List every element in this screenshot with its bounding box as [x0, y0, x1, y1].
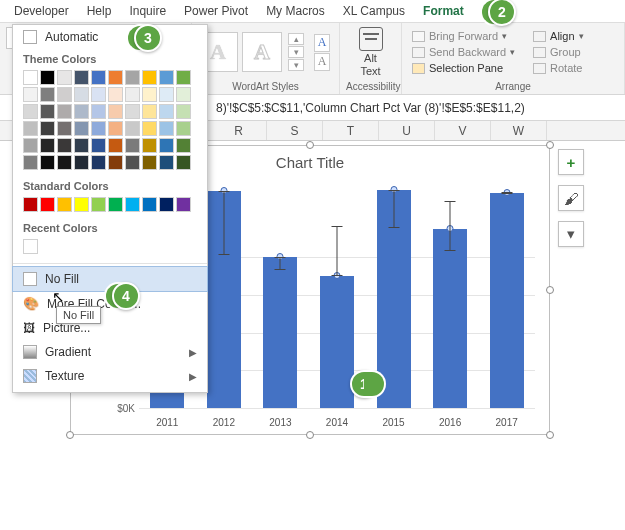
alt-text-button[interactable]: Alt Text [355, 25, 387, 79]
col-header[interactable]: W [491, 121, 547, 140]
color-swatch[interactable] [176, 197, 191, 212]
tab-mymacros[interactable]: My Macros [266, 4, 325, 18]
color-swatch[interactable] [176, 70, 191, 85]
color-swatch[interactable] [23, 121, 38, 136]
color-swatch[interactable] [40, 155, 55, 170]
color-swatch[interactable] [125, 155, 140, 170]
color-swatch[interactable] [57, 155, 72, 170]
tab-format[interactable]: Format [423, 4, 464, 18]
color-swatch[interactable] [125, 121, 140, 136]
color-swatch[interactable] [159, 121, 174, 136]
color-swatch[interactable] [23, 70, 38, 85]
group-button[interactable]: Group [529, 45, 587, 59]
color-swatch[interactable] [108, 138, 123, 153]
chart-bar[interactable] [320, 276, 354, 408]
chart-elements-button[interactable]: + [558, 149, 584, 175]
color-swatch[interactable] [176, 104, 191, 119]
color-swatch[interactable] [91, 121, 106, 136]
color-swatch[interactable] [57, 70, 72, 85]
color-swatch[interactable] [74, 138, 89, 153]
color-swatch[interactable] [23, 155, 38, 170]
resize-handle[interactable] [546, 286, 554, 294]
color-swatch[interactable] [91, 87, 106, 102]
color-swatch[interactable] [159, 70, 174, 85]
align-button[interactable]: Align▾ [529, 29, 587, 43]
color-swatch[interactable] [159, 87, 174, 102]
chart-bar[interactable] [490, 193, 524, 408]
wordart-style-2[interactable]: A [242, 32, 282, 72]
color-swatch[interactable] [91, 155, 106, 170]
color-swatch[interactable] [142, 104, 157, 119]
color-swatch[interactable] [40, 138, 55, 153]
fill-gradient[interactable]: Gradient▶ [13, 340, 207, 364]
color-swatch[interactable] [108, 121, 123, 136]
tab-help[interactable]: Help [87, 4, 112, 18]
color-swatch[interactable] [74, 155, 89, 170]
text-style-split[interactable]: A A [314, 34, 330, 71]
color-swatch[interactable] [40, 87, 55, 102]
chart-bar[interactable] [377, 190, 411, 408]
col-header[interactable]: V [435, 121, 491, 140]
color-swatch[interactable] [23, 87, 38, 102]
fill-no-fill[interactable]: No Fill [12, 266, 208, 292]
color-swatch[interactable] [23, 104, 38, 119]
color-swatch[interactable] [91, 197, 106, 212]
chart-styles-button[interactable]: 🖌 [558, 185, 584, 211]
color-swatch[interactable] [142, 155, 157, 170]
color-swatch[interactable] [176, 138, 191, 153]
resize-handle[interactable] [306, 141, 314, 149]
col-header[interactable]: S [267, 121, 323, 140]
selection-pane-button[interactable]: Selection Pane [408, 61, 519, 75]
send-backward-button[interactable]: Send Backward▾ [408, 45, 519, 59]
color-swatch[interactable] [108, 104, 123, 119]
color-swatch[interactable] [57, 87, 72, 102]
fill-texture[interactable]: Texture▶ [13, 364, 207, 388]
tab-inquire[interactable]: Inquire [129, 4, 166, 18]
color-swatch[interactable] [108, 155, 123, 170]
color-swatch[interactable] [91, 70, 106, 85]
rotate-button[interactable]: Rotate [529, 61, 587, 75]
color-swatch[interactable] [176, 121, 191, 136]
resize-handle[interactable] [306, 431, 314, 439]
color-swatch[interactable] [57, 104, 72, 119]
col-header[interactable]: R [211, 121, 267, 140]
resize-handle[interactable] [546, 431, 554, 439]
tab-xlcampus[interactable]: XL Campus [343, 4, 405, 18]
color-swatch[interactable] [74, 70, 89, 85]
color-swatch[interactable] [142, 87, 157, 102]
color-swatch[interactable] [125, 197, 140, 212]
color-swatch[interactable] [74, 197, 89, 212]
color-swatch[interactable] [125, 138, 140, 153]
tab-powerpivot[interactable]: Power Pivot [184, 4, 248, 18]
resize-handle[interactable] [546, 141, 554, 149]
col-header[interactable]: T [323, 121, 379, 140]
color-swatch[interactable] [142, 70, 157, 85]
color-swatch[interactable] [23, 138, 38, 153]
color-swatch[interactable] [142, 197, 157, 212]
color-swatch[interactable] [57, 197, 72, 212]
color-swatch[interactable] [40, 70, 55, 85]
color-swatch[interactable] [108, 87, 123, 102]
color-swatch[interactable] [108, 197, 123, 212]
color-swatch[interactable] [74, 121, 89, 136]
chart-bar[interactable] [207, 191, 241, 408]
tab-developer[interactable]: Developer [14, 4, 69, 18]
color-swatch[interactable] [142, 121, 157, 136]
color-swatch[interactable] [40, 104, 55, 119]
fill-automatic[interactable]: Automatic [13, 25, 207, 49]
col-header[interactable]: U [379, 121, 435, 140]
color-swatch[interactable] [176, 87, 191, 102]
color-swatch[interactable] [125, 104, 140, 119]
color-swatch[interactable] [40, 197, 55, 212]
color-swatch[interactable] [125, 70, 140, 85]
color-swatch[interactable] [57, 121, 72, 136]
color-swatch[interactable] [57, 138, 72, 153]
color-swatch[interactable] [108, 70, 123, 85]
color-swatch[interactable] [91, 104, 106, 119]
color-swatch[interactable] [159, 197, 174, 212]
color-swatch[interactable] [142, 138, 157, 153]
color-swatch[interactable] [74, 104, 89, 119]
color-swatch[interactable] [159, 104, 174, 119]
color-swatch[interactable] [74, 87, 89, 102]
fill-more-colors[interactable]: 🎨More Fill Colors... [13, 291, 207, 316]
